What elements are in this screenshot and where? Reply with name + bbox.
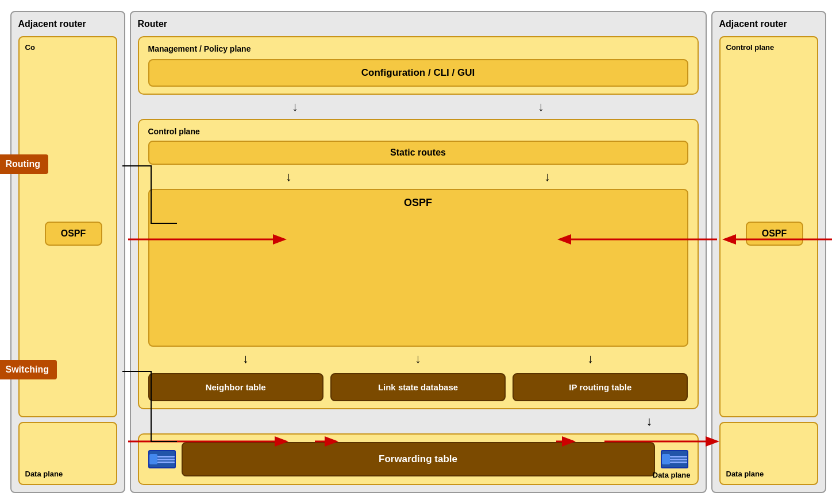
arrow-config-to-ospf: ↓	[292, 99, 298, 114]
right-chip-icon	[661, 450, 688, 468]
left-adjacent-router-title: Adjacent router	[18, 19, 117, 29]
right-data-plane-label: Data plane	[726, 470, 764, 478]
data-plane-label: Data plane	[653, 471, 691, 479]
left-adjacent-router: Adjacent router Co OSPF Data plane	[10, 11, 125, 493]
mgmt-plane: Management / Policy plane Configuration …	[138, 36, 699, 95]
arrow-config-to-static: ↓	[538, 99, 544, 114]
arrow-ospf-to-neighbor: ↓	[242, 351, 249, 366]
forwarding-table-box: Forwarding table	[182, 442, 655, 476]
control-plane-title: Control plane	[148, 127, 688, 136]
data-plane: Forwarding table Data plane	[138, 433, 699, 485]
static-routes-box: Static routes	[148, 141, 688, 165]
arrow-ospf-to-lsdb: ↓	[415, 351, 421, 366]
link-state-db-box: Link state database	[330, 373, 506, 401]
ip-routing-table-box: IP routing table	[513, 373, 688, 401]
left-ospf-box: OSPF	[45, 222, 102, 246]
ospf-main-box: OSPF	[148, 189, 688, 347]
arrow-to-ospf-main: ↓	[286, 169, 292, 184]
arrow-static-to-ospf: ↓	[544, 169, 550, 184]
neighbor-table-box: Neighbor table	[148, 373, 323, 401]
mgmt-plane-title: Management / Policy plane	[148, 44, 688, 53]
routing-label: Routing	[0, 154, 48, 174]
right-control-label: Control plane	[726, 43, 811, 52]
arrow-iprouting-to-forwarding: ↓	[646, 414, 653, 429]
right-adjacent-router-title: Adjacent router	[719, 19, 818, 29]
right-adjacent-router: Adjacent router Control plane OSPF Data …	[711, 11, 826, 493]
control-plane: Control plane Static routes ↓ ↓ OSPF ↓ ↓…	[138, 119, 699, 409]
left-control-label: Co	[25, 43, 110, 52]
main-router-title: Router	[138, 19, 699, 29]
arrow-ospf-to-iprouting: ↓	[587, 351, 594, 366]
main-router: Router Management / Policy plane Configu…	[130, 11, 707, 493]
switching-label: Switching	[0, 360, 57, 379]
left-data-plane-label: Data plane	[25, 470, 63, 478]
left-chip-icon	[148, 450, 176, 468]
tables-row: Neighbor table Link state database IP ro…	[148, 373, 688, 401]
right-ospf-box: OSPF	[746, 222, 803, 246]
config-box: Configuration / CLI / GUI	[148, 59, 688, 87]
